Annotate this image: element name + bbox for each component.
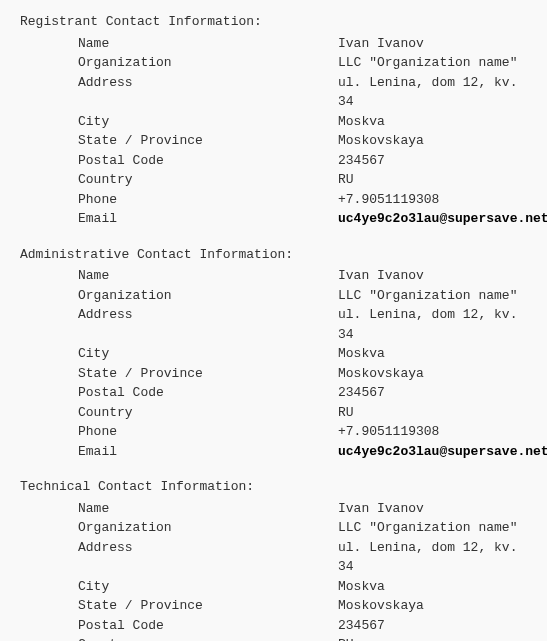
- field-value: LLC "Organization name": [338, 286, 517, 306]
- field-value: Moskovskaya: [338, 131, 424, 151]
- field-row: Addressul. Lenina, dom 12, kv. 34: [78, 305, 527, 344]
- field-label: City: [78, 344, 338, 364]
- field-row: OrganizationLLC "Organization name": [78, 53, 527, 73]
- field-row: CountryRU: [78, 635, 527, 641]
- field-value: ul. Lenina, dom 12, kv. 34: [338, 538, 527, 577]
- field-row: CountryRU: [78, 403, 527, 423]
- field-label: City: [78, 112, 338, 132]
- field-value: 234567: [338, 151, 385, 171]
- field-label: Country: [78, 170, 338, 190]
- field-label: Address: [78, 73, 338, 112]
- contact-section-2: Technical Contact Information:NameIvan I…: [20, 477, 527, 641]
- field-label: Phone: [78, 190, 338, 210]
- field-value: 234567: [338, 383, 385, 403]
- field-value: ul. Lenina, dom 12, kv. 34: [338, 73, 527, 112]
- field-row: NameIvan Ivanov: [78, 499, 527, 519]
- field-row: CityMoskva: [78, 112, 527, 132]
- field-row: Postal Code234567: [78, 151, 527, 171]
- field-label: Organization: [78, 518, 338, 538]
- field-row: CityMoskva: [78, 577, 527, 597]
- field-label: Phone: [78, 422, 338, 442]
- field-label: Name: [78, 266, 338, 286]
- section-title: Registrant Contact Information:: [20, 12, 527, 32]
- contact-section-1: Administrative Contact Information:NameI…: [20, 245, 527, 462]
- field-row: Addressul. Lenina, dom 12, kv. 34: [78, 538, 527, 577]
- field-label: Organization: [78, 53, 338, 73]
- field-row: NameIvan Ivanov: [78, 266, 527, 286]
- field-row: CityMoskva: [78, 344, 527, 364]
- field-value: Ivan Ivanov: [338, 266, 424, 286]
- field-label: Name: [78, 499, 338, 519]
- field-label: Name: [78, 34, 338, 54]
- field-value: 234567: [338, 616, 385, 636]
- field-value: Moskva: [338, 577, 385, 597]
- field-label: Country: [78, 403, 338, 423]
- field-label: Postal Code: [78, 383, 338, 403]
- field-row: NameIvan Ivanov: [78, 34, 527, 54]
- field-row: Postal Code234567: [78, 383, 527, 403]
- field-label: Organization: [78, 286, 338, 306]
- field-label: Country: [78, 635, 338, 641]
- field-row: Phone+7.9051119308: [78, 190, 527, 210]
- field-row: Phone+7.9051119308: [78, 422, 527, 442]
- field-value: +7.9051119308: [338, 190, 439, 210]
- section-title: Administrative Contact Information:: [20, 245, 527, 265]
- field-row: Postal Code234567: [78, 616, 527, 636]
- field-label: City: [78, 577, 338, 597]
- field-value-email: uc4ye9c2o3lau@supersave.net: [338, 209, 547, 229]
- contact-section-0: Registrant Contact Information:NameIvan …: [20, 12, 527, 229]
- field-label: Email: [78, 442, 338, 462]
- field-value: LLC "Organization name": [338, 53, 517, 73]
- field-label: Email: [78, 209, 338, 229]
- field-value: +7.9051119308: [338, 422, 439, 442]
- field-row: OrganizationLLC "Organization name": [78, 518, 527, 538]
- field-label: Postal Code: [78, 151, 338, 171]
- field-value: Moskovskaya: [338, 364, 424, 384]
- field-label: Address: [78, 305, 338, 344]
- field-label: State / Province: [78, 596, 338, 616]
- field-value: RU: [338, 170, 354, 190]
- field-value: Ivan Ivanov: [338, 34, 424, 54]
- field-row: State / ProvinceMoskovskaya: [78, 131, 527, 151]
- field-row: Emailuc4ye9c2o3lau@supersave.net: [78, 209, 527, 229]
- field-label: Postal Code: [78, 616, 338, 636]
- field-value: LLC "Organization name": [338, 518, 517, 538]
- field-value: Ivan Ivanov: [338, 499, 424, 519]
- field-value: Moskovskaya: [338, 596, 424, 616]
- field-row: State / ProvinceMoskovskaya: [78, 596, 527, 616]
- field-row: CountryRU: [78, 170, 527, 190]
- field-value: RU: [338, 635, 354, 641]
- field-label: State / Province: [78, 364, 338, 384]
- field-row: OrganizationLLC "Organization name": [78, 286, 527, 306]
- field-row: State / ProvinceMoskovskaya: [78, 364, 527, 384]
- field-value: Moskva: [338, 112, 385, 132]
- field-label: State / Province: [78, 131, 338, 151]
- field-row: Addressul. Lenina, dom 12, kv. 34: [78, 73, 527, 112]
- field-value: Moskva: [338, 344, 385, 364]
- field-row: Emailuc4ye9c2o3lau@supersave.net: [78, 442, 527, 462]
- section-title: Technical Contact Information:: [20, 477, 527, 497]
- field-value: RU: [338, 403, 354, 423]
- field-value: ul. Lenina, dom 12, kv. 34: [338, 305, 527, 344]
- field-label: Address: [78, 538, 338, 577]
- field-value-email: uc4ye9c2o3lau@supersave.net: [338, 442, 547, 462]
